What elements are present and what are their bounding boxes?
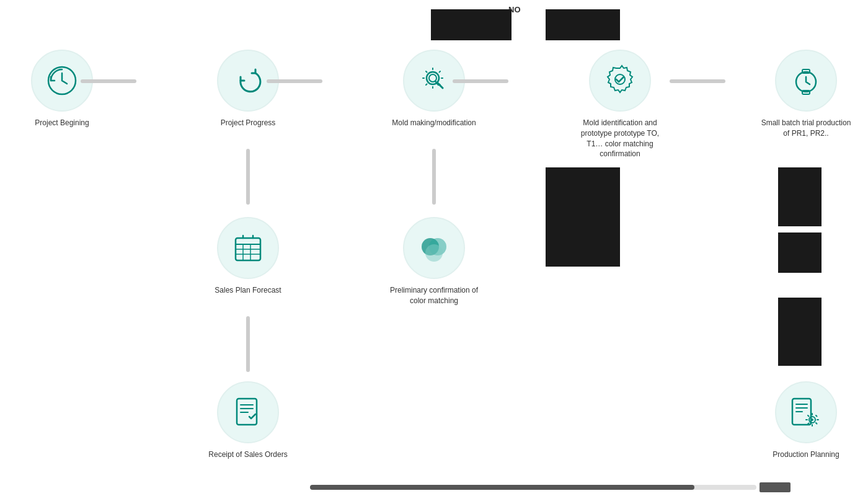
project-beginning-label: Project Begining (35, 118, 89, 128)
svg-point-29 (811, 418, 813, 421)
gear-check-icon (603, 63, 637, 98)
node-sales-plan[interactable]: Sales Plan Forecast (198, 217, 298, 296)
scrollbar-thumb[interactable] (310, 485, 694, 490)
node-mold-identification[interactable]: Mold identification and prototype protot… (570, 50, 670, 159)
sales-plan-icon-circle (217, 217, 279, 279)
connector-3-4 (453, 79, 508, 83)
calendar-grid-icon (231, 231, 265, 265)
node-color-matching[interactable]: Preliminary confirmation of color matchi… (384, 217, 484, 306)
node-project-beginning[interactable]: Project Begining (12, 50, 112, 128)
node-project-progress[interactable]: Project Progress (198, 50, 298, 128)
connector-1-2 (81, 79, 136, 83)
redacted-box-5 (778, 298, 822, 366)
redacted-box-3 (778, 167, 822, 226)
v-connector-mold-color (432, 149, 436, 205)
node-mold-making[interactable]: Mold making/modification (384, 50, 484, 128)
refresh-icon (231, 63, 265, 98)
node-production-planning[interactable]: Production Planning (756, 381, 856, 460)
connector-2-3 (267, 79, 322, 83)
redacted-box-2 (546, 167, 620, 267)
production-planning-label: Production Planning (773, 450, 839, 460)
color-matching-icon-circle (403, 217, 465, 279)
scrollbar-track[interactable] (310, 485, 756, 490)
clock-refresh-icon (45, 63, 79, 98)
v-connector-progress-sales (246, 149, 250, 205)
connector-4-5 (670, 79, 725, 83)
small-batch-label: Small batch trial production of PR1, PR2… (760, 118, 852, 139)
redacted-box-4 (778, 232, 822, 273)
v-connector-sales-receipt (246, 316, 250, 372)
color-circles-icon (417, 231, 451, 265)
redacted-box-right (546, 9, 620, 40)
color-matching-label: Preliminary confirmation of color matchi… (388, 285, 480, 306)
redacted-box-left (431, 9, 512, 40)
gear-search-icon (417, 63, 451, 98)
node-small-batch[interactable]: Small batch trial production of PR1, PR2… (756, 50, 856, 139)
document-list-icon (231, 395, 265, 430)
scrollbar-button[interactable] (760, 482, 790, 492)
svg-point-19 (425, 244, 443, 262)
document-gear-icon (789, 395, 823, 430)
mold-making-label: Mold making/modification (392, 118, 476, 128)
receipt-orders-label: Receipt of Sales Orders (208, 450, 287, 460)
flow-container: NO Project Begining Project Progress (0, 0, 868, 496)
small-batch-icon-circle (775, 50, 837, 112)
node-receipt-orders[interactable]: Receipt of Sales Orders (198, 381, 298, 460)
mold-identification-icon-circle (589, 50, 651, 112)
mold-identification-label: Mold identification and prototype protot… (574, 118, 666, 159)
production-planning-icon-circle (775, 381, 837, 443)
watch-clock-icon (789, 63, 823, 98)
project-progress-label: Project Progress (221, 118, 276, 128)
receipt-orders-icon-circle (217, 381, 279, 443)
sales-plan-label: Sales Plan Forecast (215, 285, 281, 296)
